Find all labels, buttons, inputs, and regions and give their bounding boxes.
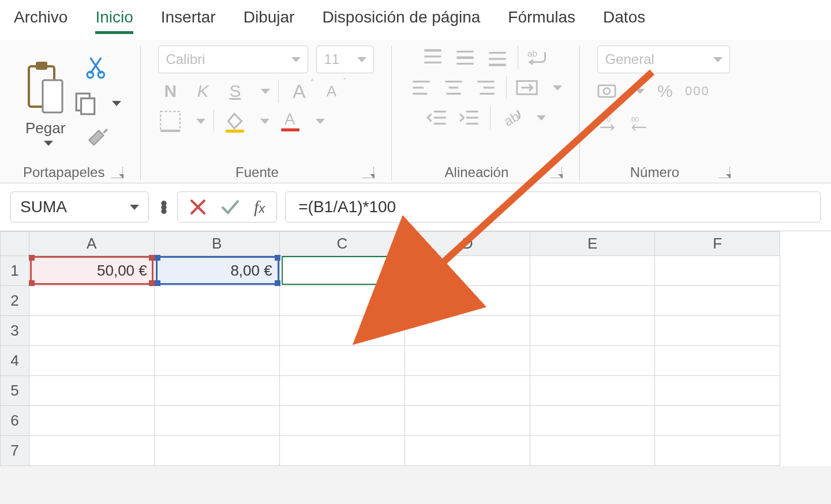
cell-a1[interactable]: 50,00 € <box>29 256 154 286</box>
cell[interactable] <box>530 376 655 406</box>
cell[interactable] <box>655 406 780 436</box>
name-box[interactable]: SUMA <box>10 191 149 223</box>
font-color-button[interactable]: A <box>278 109 302 133</box>
cell-f1[interactable] <box>655 256 780 286</box>
col-header-e[interactable]: E <box>530 232 655 256</box>
cell[interactable] <box>29 436 154 466</box>
cell[interactable] <box>29 376 154 406</box>
cell[interactable] <box>405 346 530 376</box>
wrap-text-button[interactable]: ab <box>526 46 551 70</box>
row-header-6[interactable]: 6 <box>1 406 29 436</box>
align-top-button[interactable] <box>421 46 445 70</box>
decrease-indent-button[interactable] <box>425 106 450 130</box>
tab-formulas[interactable]: Fórmulas <box>508 8 575 34</box>
align-center-button[interactable] <box>441 76 466 100</box>
align-left-button[interactable] <box>409 76 433 100</box>
row-header-2[interactable]: 2 <box>1 286 29 316</box>
cell-e1[interactable] <box>530 256 655 286</box>
tab-insert[interactable]: Insertar <box>161 8 216 34</box>
font-size-dropdown[interactable]: 11 <box>316 46 374 73</box>
cell[interactable] <box>279 436 405 466</box>
cell[interactable] <box>655 316 780 346</box>
cell[interactable] <box>279 406 405 436</box>
col-header-b[interactable]: B <box>154 232 279 256</box>
col-header-f[interactable]: F <box>655 232 780 256</box>
tab-data[interactable]: Datos <box>603 8 645 34</box>
row-header-5[interactable]: 5 <box>1 376 29 406</box>
cell[interactable] <box>29 316 154 346</box>
bold-button[interactable]: N <box>158 79 182 103</box>
cell[interactable] <box>154 406 279 436</box>
tab-draw[interactable]: Dibujar <box>244 8 295 34</box>
cell[interactable] <box>279 316 405 346</box>
cancel-formula-icon[interactable] <box>189 198 207 216</box>
cell-d1[interactable] <box>405 256 530 286</box>
cell-b1[interactable]: 8,00 € <box>154 256 279 286</box>
decrease-decimal-button[interactable]: .00 <box>630 109 654 133</box>
cell[interactable] <box>279 286 405 316</box>
tab-page-layout[interactable]: Disposición de página <box>322 8 480 34</box>
cell[interactable] <box>29 346 154 376</box>
cell[interactable] <box>530 436 655 466</box>
row-header-1[interactable]: 1 <box>1 256 29 286</box>
dialog-launcher-alignment[interactable] <box>551 167 562 178</box>
col-header-d[interactable]: D <box>405 232 530 256</box>
cell[interactable] <box>405 286 530 316</box>
cell[interactable] <box>29 406 154 436</box>
align-middle-button[interactable] <box>453 46 477 70</box>
formula-input[interactable]: =(B1/A1)*100 <box>285 191 821 223</box>
cell[interactable] <box>655 346 780 376</box>
number-format-dropdown[interactable]: General <box>597 46 730 73</box>
dialog-launcher-number[interactable] <box>718 167 730 178</box>
increase-indent-button[interactable] <box>458 106 482 130</box>
cell[interactable] <box>405 406 530 436</box>
cell[interactable] <box>530 406 655 436</box>
cell[interactable] <box>154 436 279 466</box>
font-name-dropdown[interactable]: Calibri <box>158 46 308 73</box>
select-all-corner[interactable] <box>1 232 29 256</box>
orientation-button[interactable]: ab <box>499 106 523 130</box>
underline-button[interactable]: S <box>223 79 247 103</box>
increase-font-button[interactable]: A˄ <box>287 79 311 103</box>
cell[interactable] <box>154 346 279 376</box>
cell[interactable] <box>405 316 530 346</box>
tab-file[interactable]: Archivo <box>14 8 68 34</box>
tab-home[interactable]: Inicio <box>95 8 133 34</box>
cell[interactable] <box>154 286 279 316</box>
row-header-7[interactable]: 7 <box>1 436 29 466</box>
cell[interactable] <box>154 316 279 346</box>
copy-button[interactable] <box>74 91 121 115</box>
cell[interactable] <box>530 286 655 316</box>
insert-function-icon[interactable]: fx <box>254 197 265 217</box>
cell-c1[interactable]: =(B1/A1)*100 <box>279 256 405 286</box>
paste-button[interactable]: Pegar <box>25 61 66 146</box>
cell[interactable] <box>530 316 655 346</box>
confirm-formula-icon[interactable] <box>220 198 240 216</box>
italic-button[interactable]: K <box>190 79 215 103</box>
format-painter-button[interactable] <box>85 127 110 151</box>
merge-center-button[interactable] <box>515 76 539 100</box>
cut-button[interactable] <box>85 55 110 80</box>
cell[interactable] <box>530 346 655 376</box>
cell[interactable] <box>279 376 405 406</box>
increase-decimal-button[interactable]: .00 <box>597 109 622 133</box>
comma-style-button[interactable]: 000 <box>685 79 709 103</box>
align-bottom-button[interactable] <box>485 46 510 70</box>
col-header-a[interactable]: A <box>29 232 154 256</box>
col-header-c[interactable]: C <box>279 232 405 256</box>
cell[interactable] <box>405 436 530 466</box>
cell[interactable] <box>405 376 530 406</box>
accounting-format-button[interactable] <box>597 79 622 103</box>
formula-bar-expand[interactable]: ••• <box>157 201 169 213</box>
decrease-font-button[interactable]: A˅ <box>319 79 343 103</box>
cell[interactable] <box>154 376 279 406</box>
dialog-launcher-clipboard[interactable] <box>111 167 123 178</box>
cell[interactable] <box>279 346 405 376</box>
dialog-launcher-font[interactable] <box>362 167 374 178</box>
row-header-3[interactable]: 3 <box>1 316 29 346</box>
fill-color-button[interactable] <box>222 109 246 133</box>
cell[interactable] <box>655 286 780 316</box>
borders-button[interactable] <box>158 109 182 133</box>
percent-style-button[interactable]: % <box>653 79 677 103</box>
cell[interactable] <box>655 436 780 466</box>
